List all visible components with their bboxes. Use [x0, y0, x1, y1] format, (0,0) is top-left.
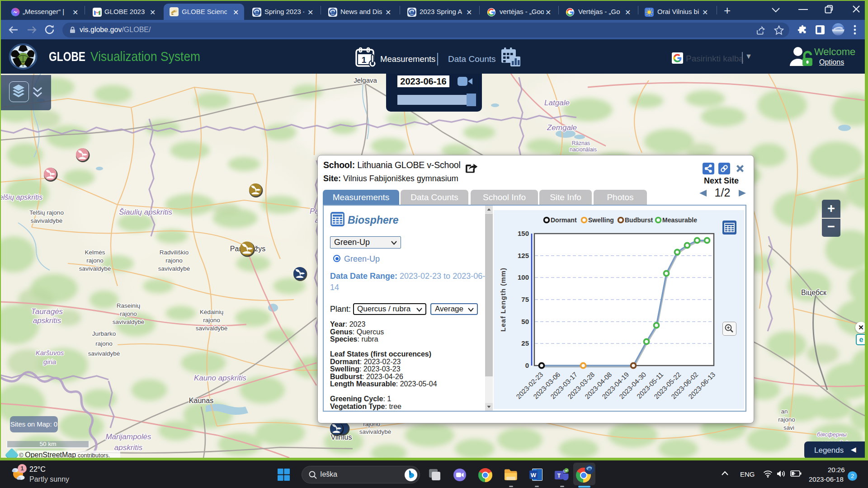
svg-text:Šiaulių apskritis: Šiaulių apskritis [119, 208, 173, 216]
svg-text:Measurable: Measurable [662, 216, 697, 224]
svg-text:Zemgale: Zemgale [547, 123, 577, 132]
svg-text:Telšių rajono: Telšių rajono [29, 209, 64, 216]
svg-text:savivaldybė: savivaldybė [158, 265, 190, 272]
svg-text:біясферны: біясферны [817, 431, 847, 438]
svg-text:25: 25 [521, 339, 529, 347]
svg-text:savi: savi [783, 424, 794, 431]
svg-text:savivaldybė: savivaldybė [113, 319, 145, 325]
svg-text:100: 100 [518, 273, 529, 281]
svg-text:nacionālais: nacionālais [570, 146, 597, 153]
svg-text:Dormant: Dormant [551, 216, 577, 224]
svg-text:Latgale: Latgale [544, 99, 570, 107]
svg-text:Kauno apskritis: Kauno apskritis [194, 374, 247, 382]
svg-text:Radviliškio: Radviliškio [160, 249, 189, 256]
svg-text:savivaldybė: savivaldybė [79, 265, 111, 272]
svg-text:Kelmės: Kelmės [85, 249, 105, 256]
svg-text:rajono: rajono [165, 257, 183, 264]
svg-text:Rāznas: Rāznas [572, 140, 590, 146]
svg-text:rajono: rajono [86, 257, 104, 264]
svg-text:rajono: rajono [203, 317, 220, 324]
svg-text:rajono: rajono [778, 416, 795, 423]
svg-text:Leaf Length (mm): Leaf Length (mm) [499, 267, 507, 332]
svg-text:Віцебск: Віцебск [801, 289, 827, 296]
svg-text:Kaunas: Kaunas [189, 397, 213, 404]
svg-text:savivaldybė: savivaldybė [196, 325, 228, 332]
svg-text:150: 150 [518, 230, 529, 237]
svg-text:Raseinių: Raseinių [117, 302, 141, 309]
svg-text:Kėdainių: Kėdainių [200, 309, 224, 315]
svg-text:savivaldybė: savivaldybė [88, 350, 120, 357]
svg-text:savivaldybė: savivaldybė [359, 428, 392, 435]
svg-text:rajono: rajono [120, 310, 137, 317]
svg-text:75: 75 [521, 296, 529, 303]
svg-text:Swelling: Swelling [588, 216, 614, 224]
svg-text:Jelgava: Jelgava [354, 76, 377, 84]
svg-text:rajono: rajono [95, 340, 113, 347]
svg-text:Telšių apskritis: Telšių apskritis [0, 193, 42, 201]
svg-text:125: 125 [518, 252, 529, 259]
svg-text:savivaldybė: savivaldybė [31, 217, 63, 224]
svg-text:50: 50 [521, 318, 529, 325]
svg-text:Marijampolės: Marijampolės [105, 432, 151, 441]
svg-text:Jurbarko: Jurbarko [92, 330, 116, 337]
svg-text:T: T [557, 473, 561, 479]
svg-text:1: 1 [362, 55, 367, 65]
svg-text:Karšuvos: Karšuvos [36, 349, 64, 357]
svg-text:Tauragės: Tauragės [31, 307, 63, 316]
svg-text:W: W [531, 472, 537, 479]
svg-text:an: an [781, 408, 788, 415]
svg-text:Budburst: Budburst [625, 216, 653, 224]
svg-text:apskritis: apskritis [33, 316, 61, 325]
svg-text:giria: giria [43, 358, 56, 366]
svg-text:0: 0 [525, 361, 529, 369]
